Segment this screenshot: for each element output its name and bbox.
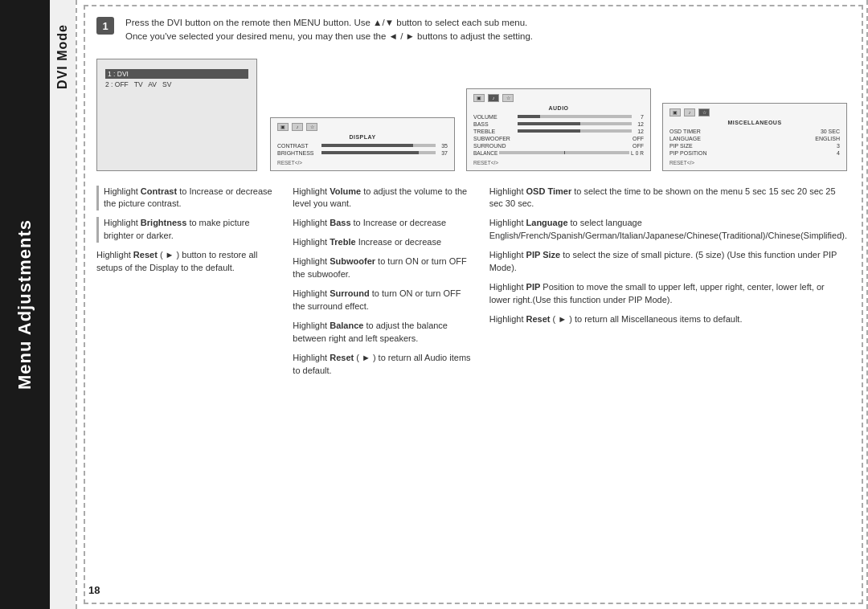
- pip-position-row: PIP POSITION 4: [669, 150, 840, 156]
- language-label: LANGUAGE: [669, 136, 711, 141]
- audio-reset: RESET</>: [473, 160, 644, 166]
- desc-pip-position: Highlight PIP Position to move the small…: [489, 281, 847, 307]
- subwoofer-label: SUBWOOFER: [473, 136, 515, 141]
- balance-r: R: [640, 150, 644, 156]
- osd-timer-row: OSD TIMER 30 SEC: [669, 129, 840, 134]
- main-content: 1 Press the DVI button on the remote the…: [76, 0, 868, 609]
- display-reset: RESET</>: [277, 160, 448, 166]
- desc-osd-timer: Highlight OSD Timer to select the time t…: [489, 186, 847, 211]
- osd-timer-val: 30 SEC: [821, 129, 840, 134]
- misc-icon2: ♪: [684, 108, 695, 116]
- misc-icon1: ▣: [669, 108, 681, 116]
- desc-grid: Highlight Contrast to Increase or decrea…: [96, 186, 847, 384]
- bass-bar: [518, 122, 632, 125]
- display-title: DISPLAY: [277, 134, 448, 140]
- contrast-label: CONTRAST: [277, 143, 319, 149]
- audio-title: AUDIO: [473, 105, 644, 111]
- language-row: LANGUAGE ENGLISH: [669, 136, 840, 141]
- osd-timer-label: OSD TIMER: [669, 129, 711, 134]
- page-number: 18: [88, 584, 100, 596]
- step-line1: Press the DVI button on the remote then …: [125, 16, 533, 30]
- brightness-row: BRIGHTNESS 37: [277, 150, 448, 156]
- brightness-bar: [321, 151, 436, 154]
- misc-title: MISCELLANEOUS: [669, 120, 840, 125]
- bass-val: 12: [634, 121, 644, 127]
- step-header: 1 Press the DVI button on the remote the…: [96, 16, 847, 44]
- screen-display: ▣ ♪ ☆ DISPLAY CONTRAST 35 BRIGHTNESS 37 …: [270, 117, 455, 171]
- screen-audio: ▣ ♪ ☆ AUDIO VOLUME 7 BASS 12 TREBLE: [466, 88, 651, 171]
- balance-row: BALANCE L 0 R: [473, 150, 644, 156]
- treble-bar: [518, 129, 632, 133]
- volume-row: VOLUME 7: [473, 114, 644, 120]
- surround-val: OFF: [633, 143, 644, 149]
- volume-label: VOLUME: [473, 114, 515, 120]
- balance-c: 0: [636, 150, 639, 156]
- misc-screen-icons: ▣ ♪ ☆: [669, 108, 840, 116]
- subwoofer-val: OFF: [633, 136, 644, 141]
- desc-col-audio: Highlight Volume to adjust the volume to…: [293, 186, 473, 384]
- screens-row: 1 : DVI 2 : OFF TV AV SV ▣ ♪ ☆ DISPLAY C…: [96, 59, 847, 171]
- balance-l: L: [631, 150, 634, 156]
- display-icon: ▣: [277, 123, 289, 131]
- desc-reset-misc: Highlight Reset ( ► ) to return all Misc…: [489, 313, 847, 326]
- audio-screen-icons: ▣ ♪ ☆: [473, 94, 644, 102]
- dvi-label: DVI Mode: [55, 24, 70, 89]
- desc-col-misc: Highlight OSD Timer to select the time t…: [489, 186, 847, 384]
- desc-volume: Highlight Volume to adjust the volume to…: [293, 186, 473, 211]
- audio-icon1: ▣: [473, 94, 485, 102]
- treble-label: TREBLE: [473, 129, 515, 134]
- bass-row: BASS 12: [473, 121, 644, 127]
- step-line2: Once you've selected your desired menu, …: [125, 30, 533, 43]
- contrast-bar: [321, 144, 436, 147]
- menu-item-dvi: 1 : DVI: [105, 69, 248, 79]
- contrast-val: 35: [438, 143, 448, 149]
- step-number: 1: [96, 17, 114, 35]
- desc-surround: Highlight Surround to turn ON or turn OF…: [293, 288, 473, 313]
- language-val: ENGLISH: [815, 136, 840, 141]
- pip-size-row: PIP SIZE 3: [669, 143, 840, 149]
- sidebar-title: Menu Adjustments: [14, 219, 35, 390]
- sound-icon: ♪: [292, 123, 303, 131]
- volume-val: 7: [634, 114, 644, 120]
- balance-label: BALANCE: [473, 150, 497, 156]
- display-screen-icons: ▣ ♪ ☆: [277, 123, 448, 131]
- bass-label: BASS: [473, 121, 515, 127]
- balance-center: [564, 151, 565, 154]
- menu-item-off: 2 : OFF TV AV SV: [105, 80, 248, 88]
- balance-bar: [499, 151, 629, 154]
- desc-reset-audio: Highlight Reset ( ► ) to return all Audi…: [293, 352, 473, 378]
- dvi-strip: DVI Mode: [50, 0, 76, 609]
- sidebar: Menu Adjustments: [0, 0, 50, 609]
- desc-bass: Highlight Bass to Increase or decrease: [293, 217, 473, 230]
- pip-size-label: PIP SIZE: [669, 143, 711, 149]
- pip-size-val: 3: [837, 143, 840, 149]
- desc-brightness: Highlight Brightness to make picture bri…: [96, 217, 276, 243]
- pip-position-val: 4: [837, 150, 840, 156]
- desc-col-display: Highlight Contrast to Increase or decrea…: [96, 186, 276, 384]
- desc-language: Highlight Language to select language En…: [489, 217, 847, 243]
- desc-pip-size: Highlight PIP Size to select the size of…: [489, 249, 847, 275]
- brightness-label: BRIGHTNESS: [277, 150, 319, 156]
- desc-reset-display: Highlight Reset ( ► ) button to restore …: [96, 249, 276, 275]
- audio-icon2: ♪: [488, 94, 499, 102]
- brightness-val: 37: [438, 150, 448, 156]
- treble-val: 12: [634, 129, 644, 134]
- screen-input-select: 1 : DVI 2 : OFF TV AV SV: [96, 59, 257, 171]
- contrast-row: CONTRAST 35: [277, 143, 448, 149]
- audio-icon3: ☆: [502, 94, 514, 102]
- pip-position-label: PIP POSITION: [669, 150, 711, 156]
- step-text: Press the DVI button on the remote then …: [125, 16, 533, 44]
- treble-row: TREBLE 12: [473, 129, 644, 134]
- subwoofer-row: SUBWOOFER OFF: [473, 136, 644, 141]
- surround-label: SURROUND: [473, 143, 515, 149]
- misc-reset: RESET</>: [669, 160, 840, 166]
- desc-subwoofer: Highlight Subwoofer to turn ON or turn O…: [293, 255, 473, 281]
- desc-treble: Highlight Treble Increase or decrease: [293, 236, 473, 249]
- desc-balance: Highlight Balance to adjust the balance …: [293, 320, 473, 345]
- desc-contrast: Highlight Contrast to Increase or decrea…: [96, 186, 276, 211]
- surround-row: SURROUND OFF: [473, 143, 644, 149]
- misc-icon3: ☆: [698, 108, 710, 116]
- screens-small-group: ▣ ♪ ☆ DISPLAY CONTRAST 35 BRIGHTNESS 37 …: [270, 59, 847, 171]
- volume-bar: [518, 115, 632, 118]
- misc-icon: ☆: [306, 123, 317, 131]
